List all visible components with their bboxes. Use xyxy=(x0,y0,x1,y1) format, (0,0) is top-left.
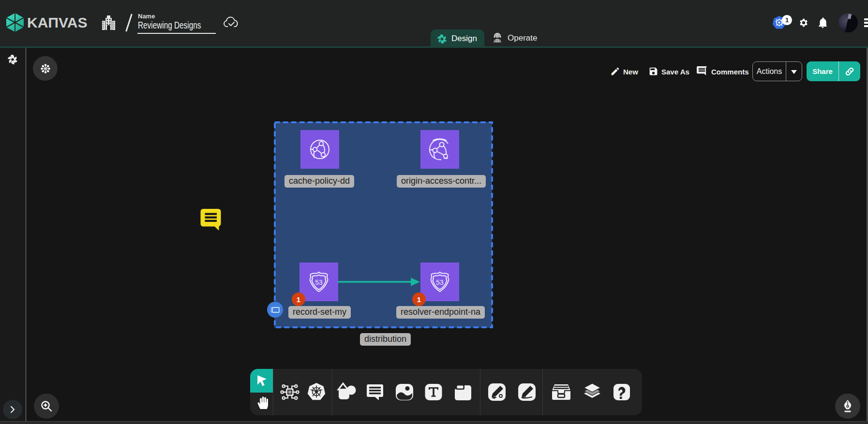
svg-text:53: 53 xyxy=(436,279,444,286)
svg-text:53: 53 xyxy=(315,279,323,286)
